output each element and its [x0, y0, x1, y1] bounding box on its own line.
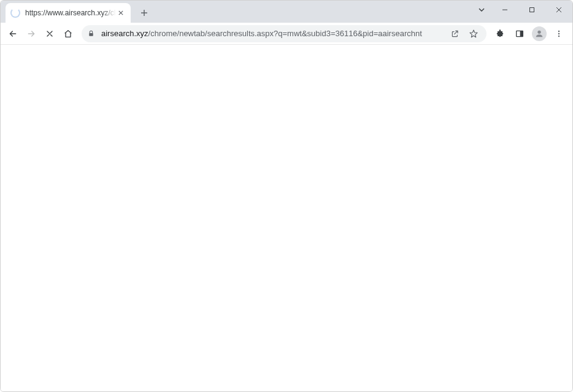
svg-point-5: [558, 30, 560, 31]
forward-button[interactable]: [23, 25, 40, 42]
lock-icon: [87, 29, 95, 37]
omnibox-actions: [447, 26, 482, 42]
url-text: airsearch.xyz/chrome/newtab/searchresult…: [101, 29, 442, 38]
toolbar: airsearch.xyz/chrome/newtab/searchresult…: [1, 23, 572, 45]
svg-point-4: [537, 30, 540, 33]
extensions-button[interactable]: [491, 25, 509, 42]
arrow-right-icon: [26, 29, 36, 39]
kebab-icon: [554, 29, 564, 39]
svg-rect-1: [89, 33, 93, 36]
panel-icon: [515, 29, 525, 39]
tab-strip: https://www.airsearch.xyz/chrome/newtab/…: [1, 1, 572, 23]
close-icon: [556, 7, 562, 13]
url-path: /chrome/newtab/searchresults.aspx?q=mwt&…: [148, 29, 422, 38]
svg-rect-0: [530, 8, 534, 12]
share-icon: [450, 29, 460, 39]
page-content: [1, 45, 572, 391]
back-button[interactable]: [4, 25, 21, 42]
tab-close-button[interactable]: [116, 8, 126, 18]
home-icon: [63, 29, 73, 39]
loading-spinner-icon: [10, 8, 20, 18]
avatar: [532, 26, 547, 41]
svg-point-7: [558, 35, 560, 36]
maximize-button[interactable]: [518, 1, 545, 19]
minimize-button[interactable]: [491, 1, 518, 19]
maximize-icon: [529, 7, 535, 13]
profile-button[interactable]: [531, 25, 548, 42]
minimize-icon: [502, 7, 508, 13]
tab-search-button[interactable]: [472, 1, 491, 19]
close-icon: [118, 10, 123, 15]
window-close-button[interactable]: [545, 1, 572, 19]
chevron-down-icon: [478, 6, 485, 13]
stop-button[interactable]: [41, 25, 58, 42]
svg-rect-3: [520, 31, 523, 36]
puzzle-icon: [495, 29, 505, 39]
toolbar-right-actions: [491, 25, 569, 42]
person-icon: [534, 29, 544, 39]
new-tab-button[interactable]: [136, 4, 153, 21]
tab-title: https://www.airsearch.xyz/chrome/newtab/…: [25, 9, 116, 17]
close-icon: [45, 29, 55, 39]
home-button[interactable]: [60, 25, 77, 42]
svg-point-6: [558, 33, 560, 34]
side-panel-button[interactable]: [511, 25, 528, 42]
star-icon: [469, 29, 479, 39]
window-controls: [472, 1, 572, 19]
share-button[interactable]: [447, 26, 463, 42]
plus-icon: [140, 9, 148, 17]
bookmark-button[interactable]: [466, 26, 482, 42]
url-host: airsearch.xyz: [101, 29, 148, 38]
arrow-left-icon: [8, 29, 18, 39]
browser-window: https://www.airsearch.xyz/chrome/newtab/…: [0, 0, 573, 392]
browser-tab[interactable]: https://www.airsearch.xyz/chrome/newtab/…: [6, 3, 131, 23]
site-info-button[interactable]: [87, 29, 95, 38]
menu-button[interactable]: [550, 25, 567, 42]
address-bar[interactable]: airsearch.xyz/chrome/newtab/searchresult…: [82, 25, 486, 42]
